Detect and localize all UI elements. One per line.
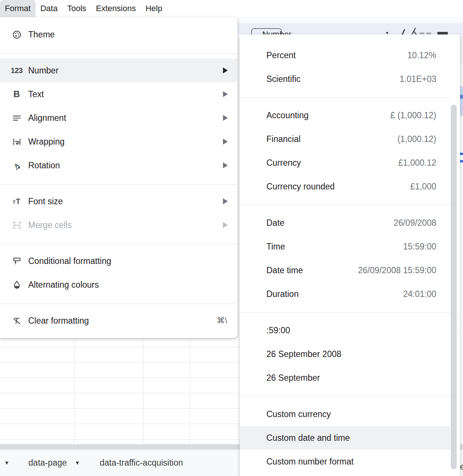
submenu-item-accounting[interactable]: Accounting£ (1,000.12) — [240, 103, 450, 127]
submenu-item-date-time[interactable]: Date time26/09/2008 15:59:00 — [240, 258, 450, 282]
submenu-arrow-icon — [223, 198, 228, 204]
gridline — [0, 408, 240, 409]
menu-item-merge-cells: Merge cells — [0, 213, 237, 237]
selection-border-fragment — [460, 160, 463, 162]
submenu-arrow-icon — [223, 222, 228, 228]
menu-item-label: Merge cells — [28, 220, 223, 230]
submenu-scrollbar[interactable] — [451, 105, 457, 469]
submenu-item-custom-date-and-time[interactable]: Custom date and time — [240, 426, 450, 450]
submenu-item-label: :59:00 — [266, 325, 436, 335]
format-example-value: 26/09/2008 — [394, 218, 436, 228]
submenu-item-scientific[interactable]: Scientific1.01E+03 — [240, 67, 450, 91]
submenu-item-time[interactable]: Time15:59:00 — [240, 235, 450, 258]
menu-item-label: Rotation — [28, 161, 223, 171]
submenu-item-label: Custom date and time — [266, 433, 436, 443]
menu-item-font-size[interactable]: TTFont size — [0, 189, 237, 213]
toolbar-border-color-icon — [437, 32, 448, 34]
menu-item-theme[interactable]: Theme — [0, 23, 237, 46]
menubar-item-data[interactable]: Data — [36, 0, 62, 17]
submenu-item-custom-number-format[interactable]: Custom number format — [240, 450, 450, 473]
menubar-item-tools[interactable]: Tools — [62, 0, 91, 17]
submenu-item-sample-59-00[interactable]: :59:00 — [240, 318, 450, 342]
gridline — [0, 393, 240, 393]
gridline — [460, 301, 463, 301]
format-example-value: 10.12% — [407, 50, 436, 60]
sheet-tab-data-traffic-acquisition[interactable]: data-traffic-acquisition — [100, 458, 183, 468]
toolbar-gap-strip — [237, 17, 463, 23]
menu-item-conditional-formatting[interactable]: Conditional formatting — [0, 249, 237, 273]
menubar-item-format[interactable]: Format — [0, 0, 36, 17]
sheet-tab-data-page[interactable]: data-page — [29, 458, 67, 468]
submenu-item-date[interactable]: Date26/09/2008 — [240, 211, 450, 235]
submenu-arrow-icon — [223, 67, 228, 73]
toolbar-icon-fragment — [386, 32, 388, 34]
menu-item-alternating-colours[interactable]: Alternating colours — [0, 273, 237, 297]
rotation-icon: A — [11, 160, 22, 171]
gridline — [74, 340, 75, 444]
number-format-submenu: Percent10.12%Scientific1.01E+03Accountin… — [240, 34, 460, 476]
gridline — [460, 347, 463, 347]
submenu-item-sample-26-september[interactable]: 26 September — [240, 366, 450, 390]
submenu-item-custom-currency[interactable]: Custom currency — [240, 402, 450, 426]
menu-item-clear-formatting[interactable]: Clear formatting⌘\ — [0, 309, 237, 333]
google-sheets-window: ▾ data-page ▾ data-traffic-acquisition e… — [0, 0, 463, 476]
menu-item-number[interactable]: 123Number — [0, 59, 237, 82]
submenu-item-label: Accounting — [266, 110, 390, 120]
alternating-colours-icon — [11, 279, 22, 290]
submenu-item-label: Date — [266, 218, 394, 228]
gridline — [0, 347, 240, 347]
menu-item-wrapping[interactable]: Wrapping — [0, 130, 237, 153]
menu-item-label: Alignment — [28, 113, 223, 123]
submenu-item-currency-rounded[interactable]: Currency rounded£1,000 — [240, 175, 450, 198]
menu-item-label: Conditional formatting — [28, 256, 228, 266]
format-example-value: £ (1,000.12) — [390, 110, 436, 120]
gridline — [0, 377, 240, 378]
menu-separator — [240, 97, 450, 97]
menubar-item-extensions[interactable]: Extensions — [91, 0, 141, 17]
gridline — [0, 362, 240, 363]
gridline — [143, 340, 144, 444]
submenu-item-label: Currency rounded — [266, 182, 410, 192]
submenu-arrow-icon — [223, 139, 228, 145]
gridline — [460, 128, 463, 128]
submenu-item-sample-26-september-2008[interactable]: 26 September 2008 — [240, 342, 450, 366]
menu-item-label: Theme — [28, 30, 228, 40]
menu-shortcut: ⌘\ — [217, 316, 227, 325]
merge-cells-icon — [11, 219, 22, 231]
conditional-formatting-icon — [11, 255, 22, 267]
submenu-item-label: Percent — [266, 50, 407, 60]
menu-separator — [0, 53, 237, 54]
theme-icon — [11, 29, 22, 40]
gridline — [460, 331, 463, 332]
submenu-item-percent[interactable]: Percent10.12% — [240, 43, 450, 67]
submenu-item-label: Currency — [266, 158, 398, 168]
submenu-item-financial[interactable]: Financial(1,000.12) — [240, 127, 450, 151]
format-example-value: £1,000.12 — [398, 158, 436, 168]
alignment-icon — [11, 112, 22, 123]
menu-item-alignment[interactable]: Alignment — [0, 106, 237, 130]
menu-separator — [240, 205, 450, 205]
menu-item-label: Clear formatting — [28, 316, 217, 326]
gridline — [460, 285, 463, 286]
submenu-arrow-icon — [223, 91, 228, 97]
svg-text:T: T — [16, 197, 20, 205]
menu-item-label: Font size — [28, 196, 223, 206]
svg-text:T: T — [13, 200, 16, 205]
submenu-item-label: Date time — [266, 265, 358, 275]
all-sheets-caret-icon[interactable]: ▾ — [5, 460, 9, 466]
submenu-item-duration[interactable]: Duration24:01:00 — [240, 282, 450, 306]
gridline — [460, 239, 463, 239]
menu-separator — [240, 312, 450, 313]
cell-fill — [460, 34, 463, 62]
sheet-tab-menu-caret-icon[interactable]: ▾ — [76, 460, 79, 466]
menubar-item-help[interactable]: Help — [141, 0, 167, 17]
format-example-value: 1.01E+03 — [400, 74, 436, 84]
spreadsheet-right-edge — [460, 34, 463, 476]
number-icon: 123 — [11, 65, 22, 76]
submenu-item-currency[interactable]: Currency£1,000.12 — [240, 151, 450, 175]
gridline — [460, 224, 463, 224]
menu-item-text[interactable]: BText — [0, 82, 237, 106]
menu-item-rotation[interactable]: ARotation — [0, 153, 237, 177]
gridline — [460, 255, 463, 255]
gridline — [460, 316, 463, 317]
